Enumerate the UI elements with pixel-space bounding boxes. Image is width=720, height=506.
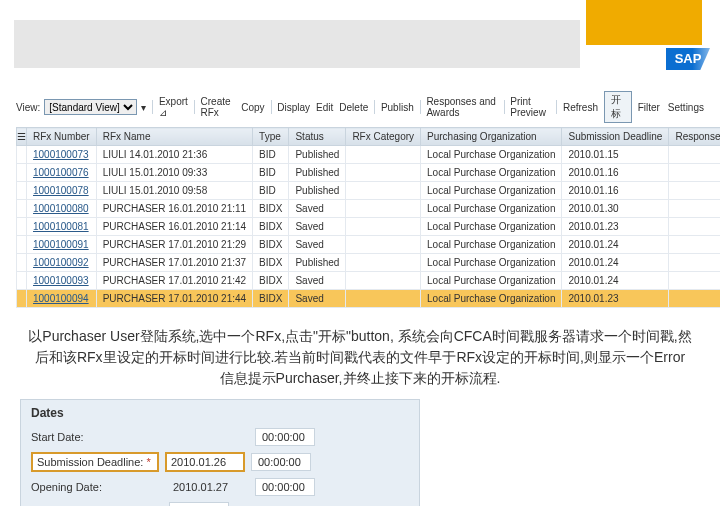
rfx-name-cell: LIULI 15.01.2010 09:33: [96, 164, 252, 182]
row-selector[interactable]: [17, 182, 27, 200]
col-status[interactable]: Status: [289, 128, 346, 146]
view-dropdown-extra[interactable]: ▾: [141, 102, 146, 113]
view-group: View: [Standard View] ▾: [16, 99, 146, 115]
rfx-number-link[interactable]: 1000100081: [27, 218, 97, 236]
status-cell: Saved: [289, 236, 346, 254]
row-selector[interactable]: [17, 290, 27, 308]
print-preview-button[interactable]: Print Preview: [510, 96, 550, 118]
filter-link[interactable]: Filter: [638, 102, 660, 113]
responses-awards-button[interactable]: Responses and Awards: [426, 96, 497, 118]
start-date-row: Start Date: 00:00:00: [31, 428, 409, 446]
separator: [504, 100, 505, 114]
row-selector[interactable]: [17, 218, 27, 236]
org-cell: Local Purchase Organization: [421, 146, 562, 164]
display-button[interactable]: Display: [277, 102, 310, 113]
separator: [271, 100, 272, 114]
delete-button[interactable]: Delete: [339, 102, 368, 113]
rfx-number-link[interactable]: 1000100078: [27, 182, 97, 200]
row-selector[interactable]: [17, 236, 27, 254]
rfx-number-link[interactable]: 1000100080: [27, 200, 97, 218]
gold-accent: [586, 0, 702, 45]
submission-deadline-row: Submission Deadline: * 2010.01.26 00:00:…: [31, 452, 409, 472]
col-rfx-number[interactable]: RFx Number: [27, 128, 97, 146]
rfx-name-cell: PURCHASER 17.01.2010 21:42: [96, 272, 252, 290]
view-label: View:: [16, 102, 40, 113]
rfx-number-link[interactable]: 1000100093: [27, 272, 97, 290]
category-cell: [346, 290, 421, 308]
view-select[interactable]: [Standard View]: [44, 99, 137, 115]
status-cell: Published: [289, 254, 346, 272]
opening-date-value[interactable]: 2010.01.27: [169, 479, 249, 495]
start-time-value[interactable]: 00:00:00: [255, 428, 315, 446]
col-deadline[interactable]: Submission Deadline: [562, 128, 669, 146]
row-selector[interactable]: [17, 200, 27, 218]
row-selector[interactable]: [17, 254, 27, 272]
separator: [556, 100, 557, 114]
start-date-label: Start Date:: [31, 431, 163, 443]
submission-deadline-date[interactable]: 2010.01.26: [165, 452, 245, 472]
rfx-number-link[interactable]: 1000100076: [27, 164, 97, 182]
deadline-cell: 2010.01.15: [562, 146, 669, 164]
copy-button[interactable]: Copy: [241, 102, 264, 113]
org-cell: Local Purchase Organization: [421, 254, 562, 272]
status-cell: Saved: [289, 218, 346, 236]
refresh-button[interactable]: Refresh: [563, 102, 598, 113]
edit-button[interactable]: Edit: [316, 102, 333, 113]
row-selector[interactable]: [17, 146, 27, 164]
table-row[interactable]: 1000100091PURCHASER 17.01.2010 21:29BIDX…: [17, 236, 721, 254]
start-date-value: [169, 435, 249, 439]
table-row[interactable]: 1000100081PURCHASER 16.01.2010 21:14BIDX…: [17, 218, 721, 236]
dates-panel: Dates Start Date: 00:00:00 Submission De…: [20, 399, 420, 506]
deadline-cell: 2010.01.23: [562, 218, 669, 236]
category-cell: [346, 236, 421, 254]
type-cell: BIDX: [253, 272, 289, 290]
rfx-name-cell: PURCHASER 17.01.2010 21:29: [96, 236, 252, 254]
separator: [374, 100, 375, 114]
settings-link[interactable]: Settings: [668, 102, 704, 113]
opening-time-value[interactable]: 00:00:00: [255, 478, 315, 496]
kaibiao-button[interactable]: 开标: [604, 91, 632, 123]
table-row[interactable]: 1000100093PURCHASER 17.01.2010 21:42BIDX…: [17, 272, 721, 290]
type-cell: BIDX: [253, 236, 289, 254]
col-org[interactable]: Purchasing Organization: [421, 128, 562, 146]
table-row[interactable]: 1000100092PURCHASER 17.01.2010 21:37BIDX…: [17, 254, 721, 272]
org-cell: Local Purchase Organization: [421, 236, 562, 254]
category-cell: [346, 200, 421, 218]
toolbar: View: [Standard View] ▾ Export ⊿ Create …: [16, 89, 704, 125]
rfx-number-link[interactable]: 1000100091: [27, 236, 97, 254]
binding-period-value[interactable]: [169, 502, 229, 506]
col-selector[interactable]: ☰: [17, 128, 27, 146]
separator: [152, 100, 153, 114]
table-header-row: ☰ RFx Number RFx Name Type Status RFx Ca…: [17, 128, 721, 146]
table-row[interactable]: 1000100080PURCHASER 16.01.2010 21:11BIDX…: [17, 200, 721, 218]
row-selector[interactable]: [17, 272, 27, 290]
status-cell: Published: [289, 146, 346, 164]
table-row[interactable]: 1000100076LIULI 15.01.2010 09:33BIDPubli…: [17, 164, 721, 182]
org-cell: Local Purchase Organization: [421, 218, 562, 236]
row-selector[interactable]: [17, 164, 27, 182]
separator: [420, 100, 421, 114]
category-cell: [346, 164, 421, 182]
col-rfx-name[interactable]: RFx Name: [96, 128, 252, 146]
export-button[interactable]: Export ⊿: [159, 96, 188, 118]
table-row[interactable]: 1000100073LIULI 14.01.2010 21:36BIDPubli…: [17, 146, 721, 164]
submission-deadline-time[interactable]: 00:00:00: [251, 453, 311, 471]
table-row[interactable]: 1000100094PURCHASER 17.01.2010 21:44BIDX…: [17, 290, 721, 308]
col-type[interactable]: Type: [253, 128, 289, 146]
rfx-number-link[interactable]: 1000100094: [27, 290, 97, 308]
org-cell: Local Purchase Organization: [421, 164, 562, 182]
col-category[interactable]: RFx Category: [346, 128, 421, 146]
status-cell: Published: [289, 164, 346, 182]
deadline-cell: 2010.01.24: [562, 236, 669, 254]
org-cell: Local Purchase Organization: [421, 290, 562, 308]
rfx-number-link[interactable]: 1000100073: [27, 146, 97, 164]
category-cell: [346, 254, 421, 272]
responses-cell: 0: [669, 272, 720, 290]
col-responses[interactable]: Responses: [669, 128, 720, 146]
table-row[interactable]: 1000100078LIULI 15.01.2010 09:58BIDPubli…: [17, 182, 721, 200]
deadline-cell: 2010.01.23: [562, 290, 669, 308]
publish-button[interactable]: Publish: [381, 102, 414, 113]
create-rfx-button[interactable]: Create RFx: [201, 96, 236, 118]
rfx-number-link[interactable]: 1000100092: [27, 254, 97, 272]
responses-cell: 0: [669, 182, 720, 200]
